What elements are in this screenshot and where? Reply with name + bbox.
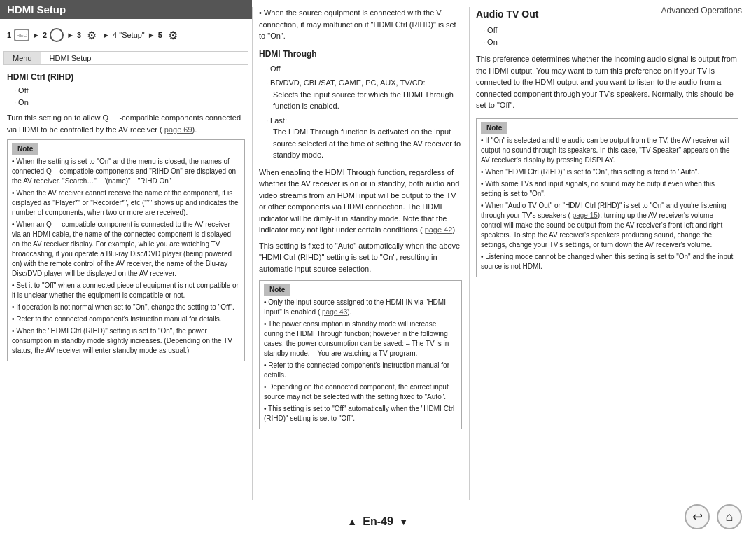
step-3-label: 3 xyxy=(77,31,81,39)
right-note-text: • If "On" is selected and the audio can … xyxy=(481,136,734,272)
prev-page-icon[interactable]: ▲ xyxy=(347,516,357,527)
arrow-1: ► xyxy=(32,31,40,39)
step-2-circle xyxy=(50,28,64,42)
arrow-3: ► xyxy=(102,31,110,39)
breadcrumb-menu-label: Menu xyxy=(4,52,41,64)
left-note-text: • When the setting is set to "On" and th… xyxy=(12,157,240,356)
breadcrumb: Menu HDMI Setup xyxy=(4,51,248,65)
page69-link[interactable]: page 69 xyxy=(164,125,192,134)
left-content: HDMI Ctrl (RIHD) · Off · On Turn this se… xyxy=(0,71,252,361)
left-column: HDMI Setup 1 REC ► 2 ► 3 ⚙ ► 4 "Setup" ►… xyxy=(0,0,252,511)
hdmi-ctrl-title: HDMI Ctrl (RIHD) xyxy=(7,71,245,83)
mid-para1: When enabling the HDMI Through function,… xyxy=(259,167,462,236)
audio-off: · Off xyxy=(483,25,738,36)
step-1-rec: REC xyxy=(14,29,29,41)
right-desc: This preference determines whether the i… xyxy=(476,53,738,111)
mid-intro: • When the source equipment is connected… xyxy=(259,7,462,42)
hdmi-setup-title: HDMI Setup xyxy=(0,0,252,19)
hdmi-ctrl-on: · On xyxy=(14,97,245,109)
arrow-4: ► xyxy=(148,31,155,39)
hdmi-through-off: · Off xyxy=(266,63,462,75)
step-setup-label: 4 "Setup" xyxy=(113,31,145,39)
mid-note-box: Note • Only the input source assigned to… xyxy=(259,280,462,429)
page-label: En-49 xyxy=(363,515,393,528)
step-5-label: 5 xyxy=(158,31,162,39)
hdmi-through-bd: · BD/DVD, CBL/SAT, GAME, PC, AUX, TV/CD: xyxy=(266,77,462,89)
next-page-icon[interactable]: ▼ xyxy=(399,516,409,527)
audio-on: · On xyxy=(483,36,738,48)
right-note-box: Note • If "On" is selected and the audio… xyxy=(476,118,738,277)
steps-row: 1 REC ► 2 ► 3 ⚙ ► 4 "Setup" ► 5 ⚙ xyxy=(0,25,252,46)
hdmi-through-bd-desc: Selects the input source for which the H… xyxy=(273,89,462,112)
arrow-2: ► xyxy=(66,31,74,39)
hdmi-through-last: · Last: xyxy=(266,115,462,127)
step-3-gear: ⚙ xyxy=(84,27,99,43)
hdmi-through-title: HDMI Through xyxy=(259,48,462,60)
mid-note-text: • Only the input source assigned to the … xyxy=(264,298,457,424)
hdmi-ctrl-off: · Off xyxy=(14,85,245,97)
page42-link[interactable]: page 42 xyxy=(425,225,453,234)
left-note-label: Note xyxy=(12,143,38,155)
right-note-label: Note xyxy=(481,122,507,134)
right-column: Audio TV Out · Off · On This preference … xyxy=(469,0,749,511)
breadcrumb-item-label: HDMI Setup xyxy=(41,52,100,64)
page15-link[interactable]: page 15 xyxy=(573,211,598,219)
left-note-box: Note • When the setting is set to "On" a… xyxy=(7,139,245,361)
hdmi-ctrl-section: HDMI Ctrl (RIHD) · Off · On xyxy=(7,71,245,108)
back-icon: ↩ xyxy=(692,509,703,524)
page-footer: ▲ En-49 ▼ xyxy=(0,515,756,528)
home-button[interactable]: ⌂ xyxy=(717,504,742,529)
page43-link[interactable]: page 43 xyxy=(322,308,347,316)
hdmi-through-section: HDMI Through · Off · BD/DVD, CBL/SAT, GA… xyxy=(259,48,462,161)
step-1-label: 1 xyxy=(7,31,11,39)
back-button[interactable]: ↩ xyxy=(685,504,710,529)
mid-para2: This setting is fixed to "Auto" automati… xyxy=(259,240,462,275)
step-5-gear: ⚙ xyxy=(165,27,181,43)
middle-column: • When the source equipment is connected… xyxy=(252,0,469,511)
mid-note-label: Note xyxy=(264,284,290,296)
step-2-label: 2 xyxy=(43,31,47,39)
hdmi-through-last-desc: The HDMI Through function is activated o… xyxy=(273,126,462,161)
home-icon: ⌂ xyxy=(726,510,734,524)
footer-nav-icons: ↩ ⌂ xyxy=(685,504,742,529)
hdmi-ctrl-desc: Turn this setting on to allow Q -compati… xyxy=(7,112,245,135)
footer-center: ▲ En-49 ▼ xyxy=(347,515,408,528)
audio-tv-out-title: Audio TV Out xyxy=(476,7,738,22)
